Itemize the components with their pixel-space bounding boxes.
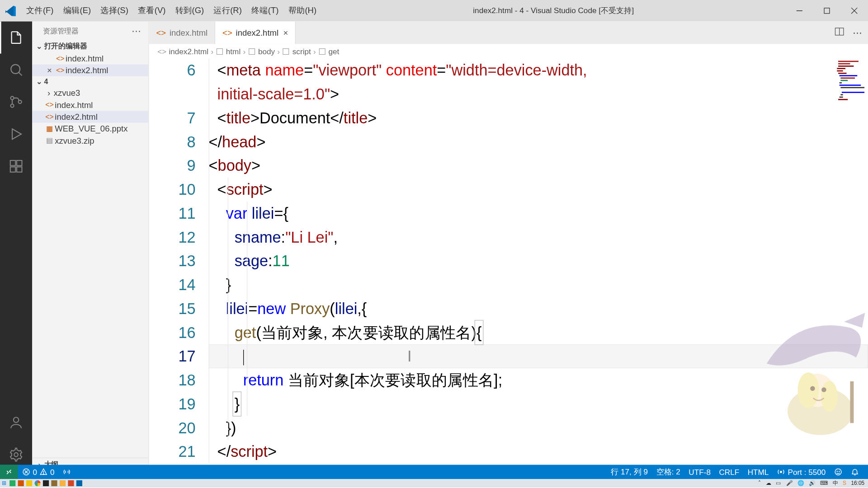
tray-chevron-icon[interactable]: ˄ — [758, 480, 761, 486]
status-errors[interactable]: 0 0 — [18, 468, 59, 477]
status-language[interactable]: HTML — [743, 468, 773, 477]
remote-indicator[interactable] — [0, 465, 18, 479]
breadcrumb-item[interactable]: html — [226, 47, 241, 56]
taskbar-app-icon[interactable] — [51, 480, 57, 486]
open-editor-item[interactable]: × <> index2.html — [32, 64, 148, 76]
svg-point-14 — [14, 418, 19, 422]
taskbar-app-icon[interactable] — [60, 480, 66, 486]
tab-label: index2.html — [236, 28, 278, 38]
taskbar-app-icon[interactable] — [43, 480, 49, 486]
taskbar-app-icon[interactable] — [68, 480, 74, 486]
symbol-icon — [248, 47, 255, 56]
tray-ime2-icon[interactable]: S — [843, 480, 846, 486]
html-file-icon: <> — [156, 28, 166, 38]
taskbar-app-icon[interactable] — [34, 480, 40, 486]
taskbar-app-icon[interactable] — [9, 480, 15, 486]
extensions-icon[interactable] — [0, 150, 32, 182]
tray-mic-icon[interactable]: 🎤 — [786, 480, 793, 486]
sidebar-more-icon[interactable]: ⋯ — [132, 28, 141, 35]
html-file-icon: <> — [44, 113, 55, 121]
taskbar-app-icon[interactable] — [26, 480, 32, 486]
svg-rect-37 — [838, 99, 848, 100]
status-linecol[interactable]: 行 17, 列 9 — [607, 467, 652, 478]
start-icon[interactable]: ⊞ — [0, 479, 8, 487]
more-actions-icon[interactable]: ⋯ — [853, 27, 862, 38]
svg-point-8 — [19, 100, 22, 103]
tree-file[interactable]: <> index2.html — [32, 111, 148, 122]
menu-view[interactable]: 查看(V) — [133, 5, 170, 16]
open-editors-section[interactable]: ⌄ 打开的编辑器 — [32, 40, 148, 52]
breadcrumb-item[interactable]: index2.html — [169, 47, 208, 56]
tray-volume-icon[interactable]: 🔊 — [809, 480, 816, 486]
tray-ime-icon[interactable]: 中 — [833, 479, 838, 487]
title-bar: 文件(F) 编辑(E) 选择(S) 查看(V) 转到(G) 运行(R) 终端(T… — [0, 0, 868, 21]
breadcrumb-item[interactable]: body — [258, 47, 275, 56]
tray-battery-icon[interactable]: ▭ — [776, 480, 781, 486]
taskbar-app-icon[interactable] — [18, 480, 24, 486]
status-feedback-icon[interactable] — [830, 468, 847, 476]
status-spaces[interactable]: 空格: 2 — [652, 467, 684, 478]
svg-rect-13 — [17, 167, 22, 172]
menu-goto[interactable]: 转到(G) — [170, 5, 209, 16]
close-icon[interactable]: × — [44, 66, 55, 75]
tab-index2-html[interactable]: <> index2.html × — [215, 21, 296, 44]
tree-file[interactable]: <> index.html — [32, 99, 148, 111]
folder-section[interactable]: ⌄ 4 — [32, 76, 148, 87]
chevron-down-icon: ⌄ — [34, 77, 44, 85]
svg-rect-34 — [842, 92, 864, 93]
open-editors-label: 打开的编辑器 — [44, 41, 87, 51]
status-bell-icon[interactable] — [847, 468, 863, 476]
search-icon[interactable] — [0, 54, 32, 86]
breadcrumb-item[interactable]: script — [292, 47, 311, 56]
html-file-icon: <> — [222, 28, 232, 38]
menu-terminal[interactable]: 终端(T) — [246, 5, 283, 16]
svg-rect-22 — [838, 61, 859, 62]
source-control-icon[interactable] — [0, 86, 32, 118]
tree-file[interactable]: ▤ xzvue3.zip — [32, 135, 148, 146]
svg-rect-21 — [319, 48, 325, 54]
menu-help[interactable]: 帮助(H) — [283, 5, 321, 16]
explorer-sidebar: 资源管理器 ⋯ ⌄ 打开的编辑器 <> index.html × <> inde… — [32, 21, 149, 470]
breadcrumb[interactable]: <> index2.html › html › body › script › … — [149, 44, 868, 59]
account-icon[interactable] — [0, 406, 32, 438]
tree-folder[interactable]: › xzvue3 — [32, 87, 148, 99]
close-icon[interactable]: × — [283, 28, 288, 38]
status-live[interactable] — [59, 468, 75, 476]
open-editor-item[interactable]: <> index.html — [32, 52, 148, 64]
split-editor-icon[interactable] — [835, 27, 844, 38]
warning-count: 0 — [50, 468, 55, 477]
html-file-icon: <> — [55, 66, 66, 74]
minimize-button[interactable] — [786, 0, 813, 21]
menu-select[interactable]: 选择(S) — [96, 5, 133, 16]
open-editor-label: index.html — [66, 54, 148, 63]
tray-globe-icon[interactable]: 🌐 — [797, 480, 804, 486]
menu-run[interactable]: 运行(R) — [209, 5, 247, 16]
maximize-button[interactable] — [813, 0, 841, 21]
code-editor[interactable]: 6789101112131415161718192021 <meta name=… — [149, 58, 868, 471]
status-eol[interactable]: CRLF — [715, 468, 743, 477]
status-port-label: Port : 5500 — [788, 468, 826, 477]
explorer-icon[interactable] — [0, 21, 32, 53]
tree-label: WEB_VUE_06.pptx — [55, 124, 148, 133]
code-lines[interactable]: <meta name="viewport" content="width=dev… — [209, 58, 868, 471]
minimap[interactable] — [836, 58, 868, 471]
tray-keyboard-icon[interactable]: ⌨ — [820, 480, 828, 486]
svg-rect-33 — [840, 87, 864, 89]
tray-time[interactable]: 16:05 — [851, 480, 864, 486]
breadcrumb-item[interactable]: get — [328, 47, 339, 56]
svg-rect-12 — [10, 167, 15, 172]
svg-rect-31 — [840, 82, 842, 84]
run-debug-icon[interactable] — [0, 118, 32, 150]
close-button[interactable] — [840, 0, 868, 21]
tray-cloud-icon[interactable]: ☁ — [766, 480, 771, 486]
menu-file[interactable]: 文件(F) — [21, 5, 58, 16]
status-port[interactable]: Port : 5500 — [773, 468, 830, 477]
tree-file[interactable]: ▦ WEB_VUE_06.pptx — [32, 123, 148, 135]
svg-rect-32 — [840, 84, 861, 86]
svg-rect-26 — [837, 70, 843, 72]
tab-index-html[interactable]: <> index.html — [149, 21, 216, 44]
taskbar-vscode-icon[interactable] — [76, 480, 82, 486]
symbol-icon — [282, 47, 290, 56]
menu-edit[interactable]: 编辑(E) — [58, 5, 96, 16]
status-encoding[interactable]: UTF-8 — [684, 468, 715, 477]
